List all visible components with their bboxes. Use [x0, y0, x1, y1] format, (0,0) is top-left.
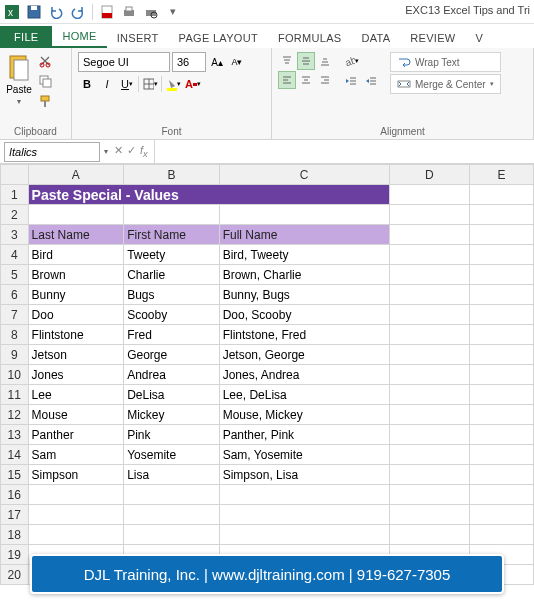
cell[interactable]: [389, 485, 470, 505]
cell[interactable]: [389, 305, 470, 325]
printpreview-icon[interactable]: [143, 4, 159, 20]
tab-review[interactable]: REVIEW: [400, 28, 465, 48]
name-box[interactable]: [4, 142, 100, 162]
align-center-icon[interactable]: [297, 71, 315, 89]
row-header[interactable]: 2: [1, 205, 29, 225]
cancel-formula-icon[interactable]: ✕: [114, 144, 123, 159]
copy-icon[interactable]: [36, 72, 54, 90]
row-header[interactable]: 4: [1, 245, 29, 265]
row-header[interactable]: 8: [1, 325, 29, 345]
font-size-select[interactable]: [172, 52, 206, 72]
decrease-font-icon[interactable]: A▾: [228, 53, 246, 71]
cell[interactable]: Charlie: [124, 265, 220, 285]
align-right-icon[interactable]: [316, 71, 334, 89]
row-header[interactable]: 18: [1, 525, 29, 545]
cell[interactable]: [389, 465, 470, 485]
wraptext-button[interactable]: Wrap Text: [390, 52, 501, 72]
cell[interactable]: Bugs: [124, 285, 220, 305]
pdf-icon[interactable]: [99, 4, 115, 20]
tab-formulas[interactable]: FORMULAS: [268, 28, 352, 48]
cell[interactable]: [470, 485, 534, 505]
row-header[interactable]: 13: [1, 425, 29, 445]
chevron-down-icon[interactable]: ▾: [165, 4, 181, 20]
cell[interactable]: George: [124, 345, 220, 365]
cell[interactable]: [28, 505, 124, 525]
cell[interactable]: Scooby: [124, 305, 220, 325]
row-header[interactable]: 16: [1, 485, 29, 505]
cell[interactable]: [124, 505, 220, 525]
align-bottom-icon[interactable]: [316, 52, 334, 70]
cell[interactable]: [389, 445, 470, 465]
row-header[interactable]: 12: [1, 405, 29, 425]
row-header[interactable]: 20: [1, 565, 29, 585]
borders-icon[interactable]: ▾: [141, 75, 159, 93]
cell[interactable]: Flintstone, Fred: [219, 325, 389, 345]
cell[interactable]: [470, 345, 534, 365]
cell-title[interactable]: Paste Special - Values: [28, 185, 389, 205]
cell[interactable]: Sam, Yosemite: [219, 445, 389, 465]
cell[interactable]: [470, 265, 534, 285]
cell[interactable]: [28, 525, 124, 545]
col-header-D[interactable]: D: [389, 165, 470, 185]
save-icon[interactable]: [26, 4, 42, 20]
font-name-select[interactable]: [78, 52, 170, 72]
row-header[interactable]: 17: [1, 505, 29, 525]
cell[interactable]: [389, 525, 470, 545]
cell[interactable]: Yosemite: [124, 445, 220, 465]
formatpainter-icon[interactable]: [36, 92, 54, 110]
cell[interactable]: Jones, Andrea: [219, 365, 389, 385]
increase-indent-icon[interactable]: [362, 72, 380, 90]
undo-icon[interactable]: [48, 4, 64, 20]
cell[interactable]: [28, 205, 124, 225]
row-header[interactable]: 11: [1, 385, 29, 405]
cell[interactable]: Panther: [28, 425, 124, 445]
cell[interactable]: Bunny, Bugs: [219, 285, 389, 305]
cell-header[interactable]: Last Name: [28, 225, 124, 245]
quickprint-icon[interactable]: [121, 4, 137, 20]
cell[interactable]: [389, 505, 470, 525]
increase-font-icon[interactable]: A▴: [208, 53, 226, 71]
tab-data[interactable]: DATA: [351, 28, 400, 48]
cell[interactable]: [470, 225, 534, 245]
cell[interactable]: Mickey: [124, 405, 220, 425]
bold-button[interactable]: B: [78, 75, 96, 93]
cell[interactable]: [389, 245, 470, 265]
chevron-down-icon[interactable]: ▾: [17, 97, 21, 106]
cell[interactable]: Panther, Pink: [219, 425, 389, 445]
row-header[interactable]: 1: [1, 185, 29, 205]
col-header-B[interactable]: B: [124, 165, 220, 185]
cell[interactable]: [470, 305, 534, 325]
cut-icon[interactable]: [36, 52, 54, 70]
cell[interactable]: Jetson: [28, 345, 124, 365]
col-header-E[interactable]: E: [470, 165, 534, 185]
cell[interactable]: [389, 425, 470, 445]
cell[interactable]: Fred: [124, 325, 220, 345]
cell[interactable]: Brown, Charlie: [219, 265, 389, 285]
align-middle-icon[interactable]: [297, 52, 315, 70]
mergecenter-button[interactable]: Merge & Center▾: [390, 74, 501, 94]
cell[interactable]: [389, 205, 470, 225]
paste-icon[interactable]: [6, 52, 32, 82]
row-header[interactable]: 3: [1, 225, 29, 245]
cell[interactable]: Lisa: [124, 465, 220, 485]
align-left-icon[interactable]: [278, 71, 296, 89]
formula-bar[interactable]: [154, 140, 534, 163]
cell[interactable]: [389, 365, 470, 385]
cell[interactable]: [389, 265, 470, 285]
cell[interactable]: Mouse: [28, 405, 124, 425]
cell[interactable]: [389, 405, 470, 425]
cell[interactable]: [470, 365, 534, 385]
cell-header[interactable]: First Name: [124, 225, 220, 245]
redo-icon[interactable]: [70, 4, 86, 20]
fx-icon[interactable]: fx: [140, 144, 148, 159]
cell[interactable]: [219, 205, 389, 225]
cell[interactable]: [470, 285, 534, 305]
cell[interactable]: [124, 485, 220, 505]
cell[interactable]: [389, 385, 470, 405]
cell[interactable]: Simpson: [28, 465, 124, 485]
cell[interactable]: [124, 525, 220, 545]
cell[interactable]: [470, 525, 534, 545]
cell[interactable]: Mouse, Mickey: [219, 405, 389, 425]
row-header[interactable]: 15: [1, 465, 29, 485]
cell[interactable]: Bird, Tweety: [219, 245, 389, 265]
